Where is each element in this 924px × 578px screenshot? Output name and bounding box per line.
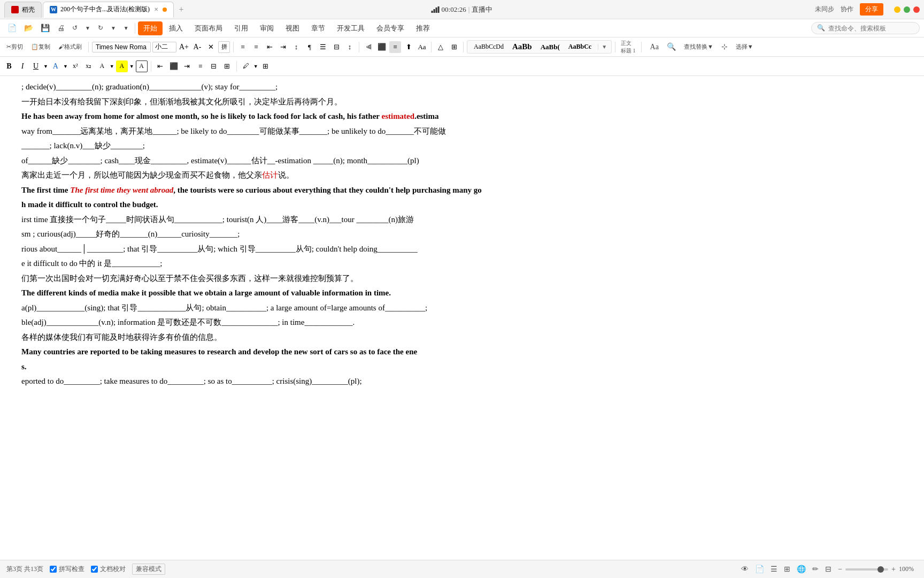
- quick-open-btn[interactable]: 📂: [21, 22, 36, 34]
- spell-check-checkbox[interactable]: [50, 566, 57, 573]
- select-btn[interactable]: ⊹: [718, 41, 731, 53]
- menu-ref[interactable]: 引用: [229, 21, 253, 35]
- text-style-btn[interactable]: Aa: [416, 41, 428, 53]
- quick-new-btn[interactable]: 📄: [4, 22, 20, 34]
- window-minimize-button[interactable]: [894, 6, 900, 13]
- font-size-increase-btn[interactable]: A+: [178, 41, 190, 53]
- style-more-btn[interactable]: ▼: [598, 44, 607, 50]
- menu-recommend[interactable]: 推荐: [411, 21, 435, 35]
- tab-add-button[interactable]: +: [175, 3, 188, 16]
- spell-check-toggle[interactable]: 拼写检查: [50, 565, 84, 574]
- share-btn[interactable]: 分享: [860, 3, 883, 16]
- underline-btn[interactable]: U: [30, 60, 42, 72]
- eye-view-icon[interactable]: 👁: [741, 565, 749, 574]
- text-layout-btn[interactable]: Aa: [647, 41, 662, 53]
- style-h1-label[interactable]: 标题 1: [619, 47, 638, 55]
- doc-check-toggle[interactable]: 文档校对: [91, 565, 126, 574]
- zoom-in-icon[interactable]: +: [891, 565, 896, 574]
- align-center-btn[interactable]: ⬛: [376, 41, 388, 53]
- shading2-btn[interactable]: 🖊: [240, 60, 252, 72]
- indent-increase-btn[interactable]: ⇥: [277, 41, 289, 53]
- indent-decrease-btn[interactable]: ⇤: [264, 41, 275, 53]
- zoom-slider[interactable]: [845, 568, 888, 571]
- tab-daoke[interactable]: 稻壳: [4, 2, 42, 18]
- quick-print-btn[interactable]: 🖨: [54, 22, 68, 34]
- collab-btn[interactable]: 协作: [841, 5, 853, 14]
- text-direction-btn[interactable]: ⬆: [403, 41, 414, 53]
- border2-btn[interactable]: ⊞: [260, 60, 272, 72]
- file-icon[interactable]: 📄: [755, 565, 764, 574]
- menu-review[interactable]: 审阅: [255, 21, 279, 35]
- char-border-btn[interactable]: A: [136, 60, 148, 72]
- find-replace-label[interactable]: 查找替换▼: [681, 41, 717, 52]
- quick-undo-arrow[interactable]: ▼: [82, 24, 94, 33]
- doc-check-checkbox[interactable]: [91, 566, 98, 573]
- search-box[interactable]: 🔍: [811, 22, 920, 34]
- italic-btn[interactable]: I: [17, 60, 28, 72]
- menu-insert[interactable]: 插入: [164, 21, 188, 35]
- show-marks-btn[interactable]: ¶: [304, 41, 315, 53]
- tab-doc[interactable]: W 200个句子中含...及语法(检测版) ✕: [43, 2, 174, 18]
- clear-format-btn[interactable]: ✕: [205, 41, 217, 53]
- fontcolor-arrow[interactable]: ▼: [63, 64, 68, 69]
- col-layout-btn[interactable]: ⊞: [221, 60, 233, 72]
- style-h1-sample[interactable]: AaBb: [510, 42, 534, 52]
- fontcolor2-arrow[interactable]: ▼: [110, 64, 114, 69]
- align2-distrib-btn[interactable]: ⊟: [208, 60, 220, 72]
- columns-icon[interactable]: ⊞: [784, 565, 790, 574]
- shading-btn[interactable]: △: [435, 41, 446, 53]
- list-unordered-btn[interactable]: ≡: [237, 41, 249, 53]
- fontcolor2-btn[interactable]: A: [96, 60, 108, 72]
- select-label[interactable]: 选择▼: [733, 41, 757, 52]
- menu-layout[interactable]: 页面布局: [189, 21, 228, 35]
- cut-btn[interactable]: ✂剪切: [3, 41, 26, 52]
- tab-close-icon[interactable]: ✕: [153, 5, 159, 13]
- menu-start[interactable]: 开始: [138, 21, 163, 35]
- copy-btn[interactable]: 📋复制: [28, 41, 53, 52]
- line-spacing-btn[interactable]: ↕: [344, 41, 356, 53]
- quick-redo-arrow[interactable]: ▼: [107, 24, 119, 33]
- underline-arrow[interactable]: ▼: [43, 64, 48, 69]
- style-normal-label[interactable]: 正文: [619, 40, 638, 47]
- font-size-decrease-btn[interactable]: A-: [191, 41, 203, 53]
- format-paint-btn[interactable]: 🖌格式刷: [55, 41, 85, 52]
- quick-redo-btn[interactable]: ↻: [95, 22, 106, 34]
- align-left-btn[interactable]: ⫷: [363, 41, 374, 53]
- align2-left-btn[interactable]: ⇤: [155, 60, 166, 72]
- menu-view[interactable]: 视图: [280, 21, 305, 35]
- sync-btn[interactable]: 未同步: [815, 5, 834, 14]
- quick-save-btn[interactable]: 💾: [37, 22, 53, 34]
- superscript-btn[interactable]: x²: [70, 60, 81, 72]
- layout-icon[interactable]: ⊟: [825, 565, 831, 574]
- shading2-arrow[interactable]: ▼: [253, 64, 258, 69]
- window-maximize-button[interactable]: [904, 6, 910, 13]
- font-size-input[interactable]: [152, 42, 176, 52]
- align-justify-btn[interactable]: ≡: [389, 41, 401, 53]
- menu-chapter[interactable]: 章节: [306, 21, 330, 35]
- menu-member[interactable]: 会员专享: [371, 21, 410, 35]
- style-h3-sample[interactable]: AaBbCc: [566, 42, 594, 51]
- para-settings2-btn[interactable]: ⊟: [330, 41, 342, 53]
- pen-icon[interactable]: ✏: [812, 565, 819, 574]
- search-input[interactable]: [828, 25, 914, 32]
- style-h2-sample[interactable]: AaBb(: [538, 42, 562, 52]
- align2-justify-btn[interactable]: ≡: [195, 60, 206, 72]
- find-replace-btn[interactable]: 🔍: [664, 41, 679, 53]
- font-color-btn[interactable]: A: [50, 60, 61, 72]
- phonetic-btn[interactable]: 拼: [218, 41, 230, 53]
- align2-center-btn[interactable]: ⬛: [168, 60, 180, 72]
- menu-devtools[interactable]: 开发工具: [332, 21, 370, 35]
- quick-more-btn[interactable]: ▼: [120, 24, 132, 33]
- zoom-out-icon[interactable]: −: [838, 565, 842, 574]
- globe-icon[interactable]: 🌐: [797, 565, 806, 574]
- bold-btn[interactable]: B: [3, 60, 15, 72]
- list-ordered-btn[interactable]: ≡: [250, 41, 262, 53]
- highlight-btn[interactable]: A: [116, 60, 128, 72]
- highlight-arrow[interactable]: ▼: [129, 64, 134, 69]
- align2-right-btn[interactable]: ⇥: [181, 60, 193, 72]
- para-settings-btn[interactable]: ☰: [317, 41, 329, 53]
- subscript-btn[interactable]: x₂: [83, 60, 95, 72]
- font-name-input[interactable]: [92, 42, 151, 52]
- style-normal-sample[interactable]: AaBbCcDd: [472, 42, 506, 51]
- list-icon[interactable]: ☰: [771, 565, 777, 574]
